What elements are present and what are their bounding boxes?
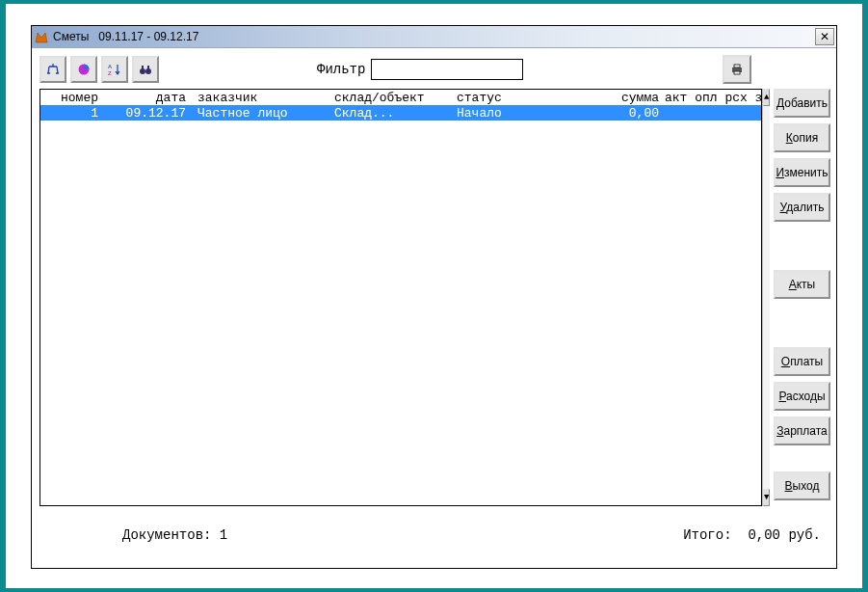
docs-label: Документов: (122, 527, 211, 543)
binoculars-icon[interactable] (132, 56, 159, 83)
currency: руб. (788, 527, 821, 543)
svg-rect-5 (142, 66, 144, 69)
col-header-number: номер (40, 91, 104, 105)
add-button[interactable]: Добавить (774, 89, 829, 118)
svg-text:Z: Z (108, 70, 112, 76)
cell-date: 09.12.17 (104, 106, 186, 121)
svg-rect-8 (734, 65, 740, 67)
col-header-warehouse: склад/объект (323, 91, 445, 105)
total-value: 0,00 (748, 527, 780, 543)
total-label: Итого: (683, 527, 731, 543)
scale-icon[interactable] (39, 56, 66, 83)
col-header-flags: акт опл рсх з/п (659, 91, 761, 105)
delete-button[interactable]: Удалить (774, 193, 829, 222)
expenses-button[interactable]: Расходы (774, 382, 829, 411)
cell-number: 1 (40, 106, 104, 121)
col-header-customer: заказчик (186, 91, 323, 105)
vertical-scrollbar[interactable]: ▲ ▼ (762, 89, 770, 506)
scroll-down-icon[interactable]: ▼ (763, 489, 770, 506)
salary-button[interactable]: Зарплата (774, 417, 829, 445)
cell-warehouse: Склад... (323, 106, 445, 121)
app-icon (34, 29, 49, 44)
print-button[interactable] (723, 55, 751, 84)
filter-input[interactable] (371, 59, 523, 80)
status-bar: Документов: 1 Итого: 0,00 руб. (39, 506, 829, 560)
scroll-track[interactable] (763, 106, 770, 489)
col-header-status: статус (445, 91, 572, 105)
close-button[interactable]: ✕ (815, 28, 834, 45)
scroll-up-icon[interactable]: ▲ (763, 89, 770, 106)
docs-count: 1 (220, 527, 227, 543)
payments-button[interactable]: Оплаты (774, 347, 829, 376)
toolbar: AZ Фильтр (39, 56, 829, 83)
cell-status: Начало (445, 106, 572, 121)
filter-label: Фильтр (317, 62, 365, 77)
window-title: Сметы 09.11.17 - 09.12.17 (53, 30, 815, 43)
grid-header-row: номер дата заказчик склад/объект статус … (40, 90, 761, 105)
edit-button[interactable]: Изменить (774, 158, 829, 187)
exit-button[interactable]: Выход (774, 471, 829, 500)
main-window: Сметы 09.11.17 - 09.12.17 ✕ AZ Фильтр (31, 25, 837, 569)
copy-button[interactable]: Копия (774, 123, 829, 152)
acts-button[interactable]: Акты (774, 270, 829, 299)
svg-text:A: A (108, 64, 112, 69)
titlebar: Сметы 09.11.17 - 09.12.17 ✕ (32, 26, 836, 48)
col-header-date: дата (104, 91, 186, 105)
col-header-sum: сумма (572, 91, 659, 105)
sort-icon[interactable]: AZ (101, 56, 128, 83)
svg-rect-9 (734, 71, 740, 74)
table-row[interactable]: 1 09.12.17 Частное лицо Склад... Начало … (40, 105, 761, 121)
cell-sum: 0,00 (572, 106, 659, 121)
svg-rect-6 (147, 66, 149, 69)
pie-chart-icon[interactable] (70, 56, 97, 83)
grid: номер дата заказчик склад/объект статус … (39, 89, 762, 506)
cell-customer: Частное лицо (186, 106, 323, 121)
